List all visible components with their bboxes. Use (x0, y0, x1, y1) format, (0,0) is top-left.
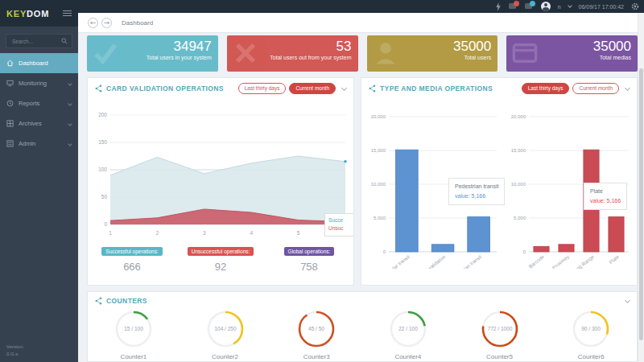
archives-icon (6, 120, 14, 127)
chevron-down-icon (68, 121, 72, 126)
sidebar: KEYDOM Dashboard Monitoring (0, 0, 78, 362)
user-menu-chevron-icon[interactable] (568, 3, 572, 8)
svg-text:150: 150 (98, 139, 107, 145)
flash-icon[interactable] (495, 2, 502, 11)
svg-text:10,000: 10,000 (511, 182, 526, 187)
vertical-scrollbar[interactable] (638, 13, 644, 362)
svg-text:15,000: 15,000 (511, 148, 526, 153)
svg-text:100: 100 (98, 167, 107, 172)
gauge-ring: 90 / 300 (545, 310, 637, 352)
svg-text:4: 4 (250, 230, 253, 236)
share-icon (95, 297, 102, 305)
panel-collapse-chevron-icon[interactable] (341, 84, 347, 90)
svg-text:Card validation: Card validation (418, 254, 446, 269)
svg-text:90 / 300: 90 / 300 (581, 326, 601, 331)
svg-text:20,000: 20,000 (511, 114, 526, 119)
search-input[interactable] (10, 38, 61, 45)
status-badge: Successful operations: (101, 247, 162, 256)
panel-header: COUNTERS (88, 292, 637, 310)
svg-text:Proximity: Proximity (551, 254, 570, 269)
svg-text:15,000: 15,000 (371, 148, 386, 153)
stat-card-users-out: 53 Total users out from your system (227, 35, 358, 72)
current-month-button[interactable]: Current month (572, 83, 619, 94)
counter-gauge: 772 / 1000 Counter5 (454, 310, 546, 360)
admin-icon (6, 140, 14, 147)
svg-text:50: 50 (101, 194, 108, 200)
sidebar-item-reports[interactable]: Reports (0, 93, 78, 113)
reports-icon (6, 100, 14, 107)
messages-icon[interactable] (525, 2, 534, 10)
chevron-down-icon (68, 81, 72, 86)
status-badge: Unsuccessful operations: (188, 247, 254, 256)
counter-gauge: 22 / 100 Counter4 (362, 310, 454, 360)
back-button[interactable]: ← (88, 18, 98, 28)
gauge-ring: 45 / 50 (270, 310, 362, 352)
panel-type-media: TYPE AND MEDIA OPERATIONS Last thirty da… (361, 77, 638, 286)
svg-text:15 / 100: 15 / 100 (124, 326, 143, 331)
hamburger-icon[interactable] (63, 9, 72, 18)
svg-text:Pedestrian transit: Pedestrian transit (450, 254, 483, 269)
sidebar-item-archives[interactable]: Archives (0, 113, 78, 134)
sidebar-item-admin[interactable]: Admin (0, 134, 78, 154)
brand-text: KEYDOM (6, 9, 49, 19)
cross-icon (232, 39, 259, 67)
stat-number: 92 (176, 261, 265, 273)
area-chart-tooltip: Succe Unsuc (324, 213, 354, 237)
svg-text:5,000: 5,000 (374, 216, 386, 220)
panel-collapse-chevron-icon[interactable] (625, 297, 630, 302)
last-thirty-days-button[interactable]: Last thirty days (238, 83, 287, 94)
area-chart: 050100150200123456 (91, 104, 350, 242)
search-icon[interactable] (61, 38, 68, 44)
panel-collapse-chevron-icon[interactable] (625, 84, 630, 90)
app-logo: KEYDOM (0, 0, 78, 27)
sidebar-item-dashboard[interactable]: Dashboard (0, 53, 78, 73)
panel-header: CARD VALIDATION OPERATIONS Last thirty d… (88, 78, 353, 99)
settings-gear-icon[interactable] (631, 2, 639, 10)
gauge-ring: 104 / 250 (180, 310, 271, 352)
panel-title: CARD VALIDATION OPERATIONS (106, 84, 224, 93)
panel-counters: COUNTERS 15 / 100 Counter1 104 / 250 Cou… (87, 291, 638, 362)
gauges-row: 15 / 100 Counter1 104 / 250 Counter2 45 … (88, 310, 637, 360)
svg-text:Long Range: Long Range (572, 254, 596, 269)
username[interactable]: n (558, 4, 561, 10)
counter-gauge: 90 / 300 Counter6 (545, 310, 637, 360)
svg-text:0: 0 (383, 249, 386, 254)
panel-card-validation: CARD VALIDATION OPERATIONS Last thirty d… (87, 77, 354, 286)
chevron-down-icon (68, 142, 72, 146)
sidebar-search (6, 34, 72, 48)
svg-text:10,000: 10,000 (371, 182, 386, 187)
bar-chart-tooltip: Pedestrian transit value: 5,166 (448, 178, 505, 205)
counter-gauge: 15 / 100 Counter1 (88, 310, 180, 360)
svg-text:0: 0 (104, 221, 107, 227)
card-icon (511, 39, 539, 67)
stat-label: Total users in your system (87, 55, 212, 60)
last-thirty-days-button[interactable]: Last thirty days (522, 83, 570, 94)
svg-text:772 / 1000: 772 / 1000 (487, 326, 512, 331)
monitor-icon (6, 80, 14, 87)
forward-button[interactable]: → (101, 18, 112, 28)
svg-text:200: 200 (98, 112, 107, 117)
scrollbar-thumb[interactable] (639, 68, 643, 340)
chevron-down-icon (68, 101, 72, 106)
svg-text:3: 3 (203, 230, 206, 236)
topbar: n 06/09/17 17:00:42 (0, 0, 644, 13)
svg-text:104 / 250: 104 / 250 (214, 326, 236, 331)
sidebar-item-monitoring[interactable]: Monitoring (0, 73, 78, 93)
datetime: 06/09/17 17:00:42 (579, 4, 624, 10)
status-badge: Global operations: (284, 247, 335, 256)
alerts-icon[interactable] (509, 2, 518, 10)
stat-number: 758 (265, 261, 353, 273)
counter-gauge: 45 / 50 Counter3 (270, 310, 362, 360)
svg-text:Plate: Plate (609, 254, 621, 265)
avatar[interactable] (541, 2, 551, 11)
svg-text:0: 0 (523, 249, 526, 254)
sidebar-nav: Dashboard Monitoring Reports Arch (0, 53, 78, 154)
stat-label: Total medias (506, 55, 631, 60)
current-month-button[interactable]: Current month (289, 83, 336, 94)
svg-text:20,000: 20,000 (371, 114, 386, 119)
share-icon (369, 84, 376, 93)
messages-badge (530, 1, 535, 6)
stat-card-total-users: 35000 Total users (367, 35, 498, 72)
counter-gauge: 104 / 250 Counter2 (180, 310, 271, 360)
alerts-badge (514, 1, 519, 6)
